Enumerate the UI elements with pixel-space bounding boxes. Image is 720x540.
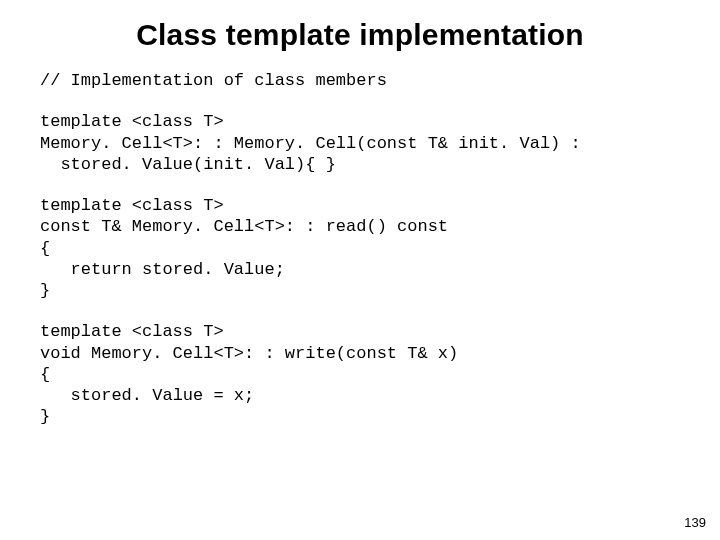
page-number: 139 — [684, 515, 706, 530]
code-block-read: template <class T> const T& Memory. Cell… — [40, 195, 680, 301]
slide: Class template implementation // Impleme… — [0, 0, 720, 540]
code-comment: // Implementation of class members — [40, 70, 680, 91]
code-block-constructor: template <class T> Memory. Cell<T>: : Me… — [40, 111, 680, 175]
code-block-write: template <class T> void Memory. Cell<T>:… — [40, 321, 680, 427]
slide-title: Class template implementation — [40, 18, 680, 52]
